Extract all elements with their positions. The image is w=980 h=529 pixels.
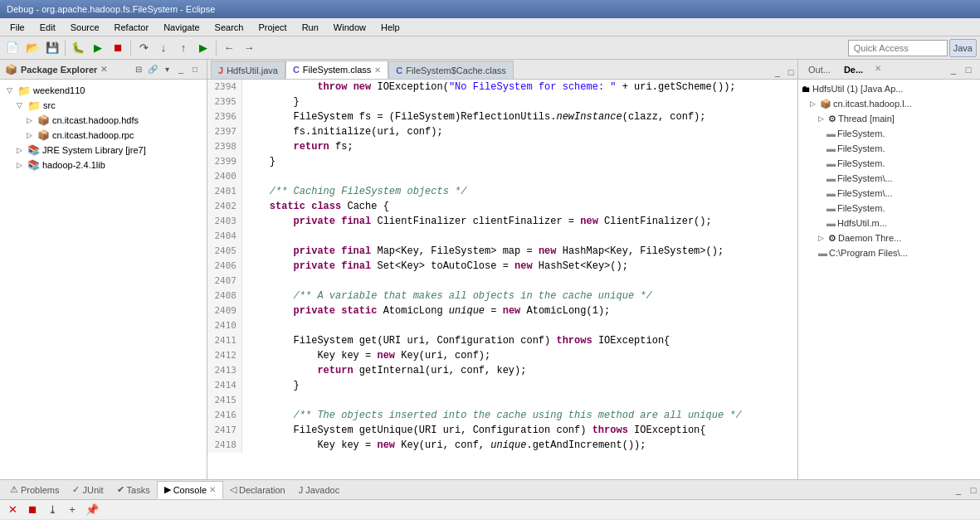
junit-icon: ✓ bbox=[72, 484, 80, 495]
debug-item-frame-2[interactable]: ▬ FileSystem. bbox=[798, 141, 980, 156]
debug-item-progfiles[interactable]: ▬ C:\Program Files\... bbox=[798, 245, 980, 260]
left-panel: 📦 Package Explorer ✕ ⊟ 🔗 ▾ _ □ ▽ 📁 weeke… bbox=[0, 60, 207, 479]
menu-refactor[interactable]: Refactor bbox=[108, 21, 156, 34]
expand-icon: ▷ bbox=[818, 234, 826, 242]
tree-item-rpc[interactable]: ▷ 📦 cn.itcast.hadoop.rpc bbox=[0, 128, 207, 143]
minimize-editor-button[interactable]: _ bbox=[771, 66, 784, 79]
open-button[interactable]: 📂 bbox=[23, 39, 41, 57]
maximize-right-button[interactable]: □ bbox=[962, 63, 975, 76]
code-2396: FileSystem fs = (FileSystem)ReflectionUt… bbox=[246, 109, 794, 124]
menu-source[interactable]: Source bbox=[64, 21, 106, 34]
menu-navigate[interactable]: Navigate bbox=[157, 21, 206, 34]
minimize-panel-button[interactable]: _ bbox=[174, 63, 188, 76]
tab-close-filesystem[interactable]: ✕ bbox=[374, 66, 381, 75]
code-2400 bbox=[246, 169, 794, 184]
line-2402: 2402 bbox=[212, 199, 236, 214]
left-panel-title: 📦 Package Explorer ✕ bbox=[5, 64, 107, 75]
tree-item-hadoop[interactable]: ▷ 📚 hadoop-2.4.1lib bbox=[0, 158, 207, 172]
more-tabs-indicator: ✕ bbox=[875, 64, 881, 75]
line-2401: 2401 bbox=[212, 184, 236, 199]
link-editor-button[interactable]: 🔗 bbox=[146, 63, 159, 76]
tab-tasks[interactable]: ✔ Tasks bbox=[110, 481, 157, 499]
menu-run[interactable]: Run bbox=[295, 21, 325, 34]
debug-daemon-label: Daemon Thre... bbox=[838, 233, 901, 243]
back-button[interactable]: ← bbox=[220, 39, 238, 57]
expand-icon: ▽ bbox=[7, 86, 15, 95]
stop-button[interactable]: ⏹ bbox=[109, 39, 127, 57]
tree-item-hdfs[interactable]: ▷ 📦 cn.itcast.hadoop.hdfs bbox=[0, 113, 207, 128]
tab-filesystem-cache[interactable]: C FileSystem$Cache.class bbox=[388, 61, 513, 79]
debug-item-hdfsutil[interactable]: 🖿 HdfsUtil (1) [Java Ap... bbox=[798, 81, 980, 96]
menu-file[interactable]: File bbox=[3, 21, 32, 34]
debug-frame-4-label: FileSystem\... bbox=[837, 173, 893, 183]
perspective-java-button[interactable]: Java bbox=[949, 39, 977, 57]
debug-item-frame-hdfsutil[interactable]: ▬ HdfsUtil.m... bbox=[798, 216, 980, 231]
panel-menu-button[interactable]: ▾ bbox=[160, 63, 173, 76]
tab-console[interactable]: ▶ Console ✕ bbox=[157, 481, 223, 499]
step-over-button[interactable]: ↷ bbox=[134, 39, 153, 57]
tab-problems[interactable]: ⚠ Problems bbox=[3, 481, 66, 499]
expand-icon: ▷ bbox=[818, 114, 826, 123]
maximize-panel-button[interactable]: □ bbox=[188, 63, 202, 76]
tab-declaration[interactable]: ◁ Declaration bbox=[223, 481, 292, 499]
console-close-icon[interactable]: ✕ bbox=[209, 485, 216, 494]
debug-frame-hdfsutil-label: HdfsUtil.m... bbox=[837, 218, 887, 228]
menu-help[interactable]: Help bbox=[374, 21, 407, 34]
console-scroll-lock-button[interactable]: ⤓ bbox=[43, 501, 61, 519]
left-panel-header: 📦 Package Explorer ✕ ⊟ 🔗 ▾ _ □ bbox=[0, 60, 207, 80]
resume-button[interactable]: ▶ bbox=[194, 39, 212, 57]
menu-project[interactable]: Project bbox=[251, 21, 293, 34]
line-2404: 2404 bbox=[212, 229, 236, 244]
debug-item-thread-main[interactable]: ▷ ⚙ Thread [main] bbox=[798, 111, 980, 126]
menu-edit[interactable]: Edit bbox=[33, 21, 62, 34]
debug-item-frame-4[interactable]: ▬ FileSystem\... bbox=[798, 171, 980, 186]
tab-junit[interactable]: ✓ JUnit bbox=[66, 481, 110, 499]
debug-cn-label: cn.itcast.hadoop.l... bbox=[833, 99, 912, 109]
tree-item-src[interactable]: ▽ 📁 src bbox=[0, 98, 207, 113]
debug-item-daemon[interactable]: ▷ ⚙ Daemon Thre... bbox=[798, 231, 980, 245]
console-terminate-button[interactable]: ⏹ bbox=[23, 501, 41, 519]
debug-item-frame-5[interactable]: ▬ FileSystem\... bbox=[798, 186, 980, 201]
expand-icon: ▷ bbox=[810, 99, 818, 108]
debug-button[interactable]: 🐛 bbox=[69, 39, 87, 57]
debug-item-frame-1[interactable]: ▬ FileSystem. bbox=[798, 126, 980, 141]
save-button[interactable]: 💾 bbox=[43, 39, 61, 57]
debug-frame-icon: ▬ bbox=[826, 173, 836, 183]
forward-button[interactable]: → bbox=[240, 39, 258, 57]
debug-item-cn[interactable]: ▷ 📦 cn.itcast.hadoop.l... bbox=[798, 96, 980, 111]
console-pin-button[interactable]: 📌 bbox=[83, 501, 101, 519]
debug-frame-icon: ▬ bbox=[826, 218, 836, 228]
toolbar: 📄 📂 💾 🐛 ▶ ⏹ ↷ ↓ ↑ ▶ ← → Java bbox=[0, 36, 980, 60]
debug-item-frame-6[interactable]: ▬ FileSystem. bbox=[798, 201, 980, 216]
line-2410: 2410 bbox=[212, 318, 236, 333]
tree-item-jre[interactable]: ▷ 📚 JRE System Library [jre7] bbox=[0, 143, 207, 158]
menu-search[interactable]: Search bbox=[208, 21, 251, 34]
tree-item-weekend110[interactable]: ▽ 📁 weekend110 bbox=[0, 83, 207, 98]
quick-access-input[interactable] bbox=[848, 40, 948, 56]
debug-frame-icon: ▬ bbox=[826, 203, 836, 213]
step-out-button[interactable]: ↑ bbox=[174, 39, 193, 57]
rpc-package-label: cn.itcast.hadoop.rpc bbox=[52, 130, 134, 140]
tab-filesystem[interactable]: C FileSystem.class ✕ bbox=[285, 61, 388, 79]
maximize-editor-button[interactable]: □ bbox=[784, 66, 797, 79]
tab-outline[interactable]: Out... bbox=[803, 64, 836, 75]
console-new-button[interactable]: + bbox=[63, 501, 81, 519]
tab-debug[interactable]: De... bbox=[839, 64, 868, 75]
line-2415: 2415 bbox=[212, 393, 236, 408]
tasks-icon: ✔ bbox=[117, 484, 124, 495]
tab-hdfsutil[interactable]: J HdfsUtil.java bbox=[211, 61, 285, 79]
run-button[interactable]: ▶ bbox=[89, 39, 107, 57]
maximize-bottom-button[interactable]: □ bbox=[967, 483, 980, 497]
collapse-all-button[interactable]: ⊟ bbox=[132, 63, 145, 76]
code-editor[interactable]: 2394 2395 2396 2397 2398 2399 2400 2401 … bbox=[207, 80, 797, 479]
step-into-button[interactable]: ↓ bbox=[154, 39, 173, 57]
debug-frame-icon: ▬ bbox=[826, 158, 836, 168]
menu-window[interactable]: Window bbox=[327, 21, 373, 34]
tab-javadoc[interactable]: J Javadoc bbox=[292, 481, 346, 499]
debug-item-frame-3[interactable]: ▬ FileSystem. bbox=[798, 156, 980, 171]
minimize-right-button[interactable]: _ bbox=[947, 63, 960, 76]
console-clear-button[interactable]: ✕ bbox=[3, 501, 22, 519]
debug-frame-2-label: FileSystem. bbox=[837, 143, 885, 153]
new-button[interactable]: 📄 bbox=[3, 39, 22, 57]
minimize-bottom-button[interactable]: _ bbox=[952, 483, 965, 497]
